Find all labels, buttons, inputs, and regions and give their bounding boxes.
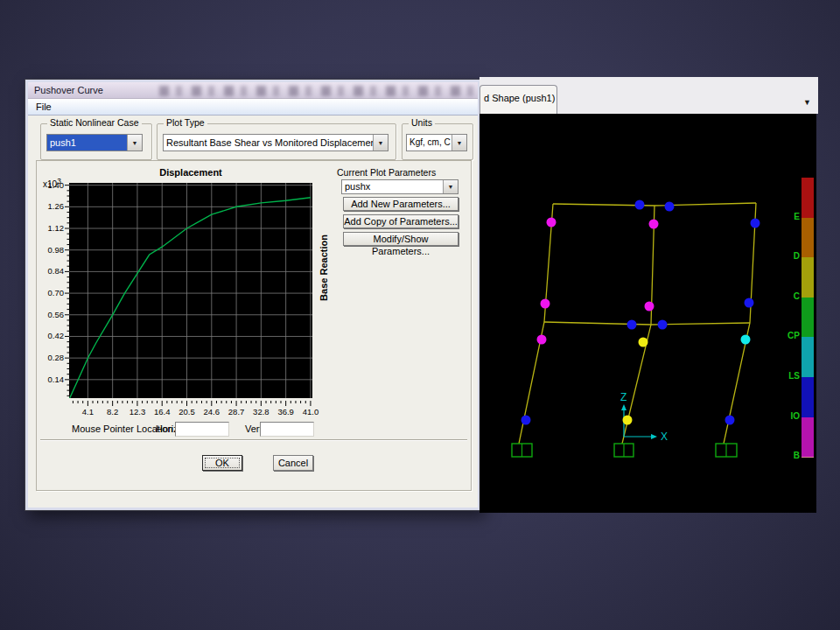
y-tick-label: 0.84 [37,266,64,276]
hinge-point-magenta[interactable] [537,335,547,345]
tab-deformed-shape[interactable]: d Shape (push1) [480,85,557,114]
legend-label-d: D [782,251,800,261]
plot-type-select[interactable]: Resultant Base Shear vs Monitored Displa… [163,134,388,151]
add-copy-of-parameters-button[interactable]: Add Copy of Parameters... [343,214,458,228]
y-tick-label: 0.70 [37,288,64,298]
hinge-point-blue[interactable] [635,200,645,210]
frame-member-left-column[interactable] [519,204,553,444]
plot-type-value: Resultant Base Shear vs Monitored Displa… [164,135,373,150]
blurred-artifact [159,86,474,96]
y-tick-label: 1.26 [37,201,64,211]
legend-color-b [802,417,814,458]
legend-color-cp [802,298,814,339]
menu-bar: File [28,99,478,116]
static-nonlinear-case-label: Static Nonlinear Case [47,117,142,128]
mouse-pointer-location-row: Mouse Pointer Location Horiz Vert [37,421,471,438]
hinge-point-magenta[interactable] [541,299,550,309]
hinge-point-yellow[interactable] [639,338,648,347]
legend-label-e: E [782,212,800,221]
hinge-point-blue[interactable] [658,320,668,330]
dialog-titlebar[interactable]: Pushover Curve [28,82,478,99]
cancel-button[interactable]: Cancel [273,455,313,471]
chevron-down-icon[interactable]: ▼ [803,98,811,107]
static-case-select[interactable]: push1 ▼ [46,134,143,151]
y-tick-label: 1.40 [37,180,64,190]
structure-canvas[interactable]: ZX EDCCPLSIOB [480,114,816,513]
legend-color-d [802,218,814,259]
chevron-down-icon[interactable]: ▼ [443,180,458,193]
legend-label-ls: LS [782,371,800,381]
window-tab-bar: d Shape (push1) ▼ [480,77,818,114]
pushover-chart[interactable] [69,183,312,398]
hinge-point-cyan[interactable] [741,335,751,345]
units-value: Kgf, cm, C [407,135,452,150]
y-axis-ticks [62,183,69,400]
base-restraint [716,444,737,457]
y-tick-label: 1.12 [37,223,64,233]
pushover-curve-dialog: Pushover Curve File Static Nonlinear Cas… [24,79,481,511]
hinge-point-blue[interactable] [522,416,531,425]
hinge-point-blue[interactable] [665,202,675,212]
hinge-point-magenta[interactable] [645,302,654,312]
units-select[interactable]: Kgf, cm, C ▼ [406,134,467,151]
horiz-field[interactable] [175,422,229,437]
x-axis-ticks [69,399,312,410]
slide-background: Pushover Curve File Static Nonlinear Cas… [0,0,840,630]
hinge-point-magenta[interactable] [547,218,556,228]
x-axis-label: X [661,430,668,443]
legend-color-ls [802,337,814,378]
hinge-point-yellow[interactable] [623,416,633,425]
hinge-point-blue[interactable] [745,298,754,308]
plot-parameters-value: pushx [342,180,443,193]
legend-label-io: IO [782,411,800,421]
y-tick-label: 0.56 [37,310,64,319]
plot-type-label: Plot Type [164,117,207,128]
y-tick-label: 0.28 [37,353,64,362]
hinge-point-blue[interactable] [751,219,760,228]
legend-label-c: C [782,291,800,301]
plot-panel: Displacement x103 0.140.280.420.560.700.… [36,160,472,491]
base-restraint [614,444,634,457]
panel-separator [40,439,467,441]
z-axis-label: Z [620,391,626,403]
vert-field[interactable] [260,422,314,437]
dialog-title: Pushover Curve [34,85,103,95]
units-label: Units [409,117,435,128]
frame-member-floor-beam[interactable] [544,322,750,325]
y-tick-label: 0.14 [37,374,64,384]
chevron-down-icon[interactable]: ▼ [127,135,142,150]
tab-label: d Shape (push1) [484,93,555,103]
ok-button[interactable]: OK [202,455,242,471]
chart-title: Displacement [69,167,312,178]
chevron-down-icon[interactable]: ▼ [373,135,388,150]
base-restraint [512,444,532,457]
y-axis-title: Base Reaction [317,212,331,324]
current-plot-parameters-label: Current Plot Parameters [337,167,436,178]
y-tick-label: 0.42 [37,331,64,340]
chevron-down-icon[interactable]: ▼ [452,135,466,150]
add-new-parameters-button[interactable]: Add New Parameters... [343,197,458,211]
hinge-point-blue[interactable] [725,416,735,425]
hinge-point-blue[interactable] [627,320,637,330]
plot-parameters-select[interactable]: pushx ▼ [341,179,458,194]
legend-label-b: B [782,451,800,460]
legend-label-cp: CP [782,331,800,340]
legend-color-e [802,178,814,219]
legend-color-c [802,257,814,298]
menu-item-file[interactable]: File [28,99,60,115]
y-tick-label: 0.98 [37,245,64,255]
hinge-point-magenta[interactable] [649,220,659,229]
legend-color-io [802,377,814,418]
static-case-value: push1 [47,135,127,150]
deformed-shape-viewport: d Shape (push1) ▼ ZX EDCCPLSIOB [480,77,818,513]
frame-member-roof-beam[interactable] [553,203,756,206]
modify-show-parameters-button[interactable]: Modify/Show Parameters... [343,232,458,246]
deformed-shape-drawing: ZX [480,114,816,513]
